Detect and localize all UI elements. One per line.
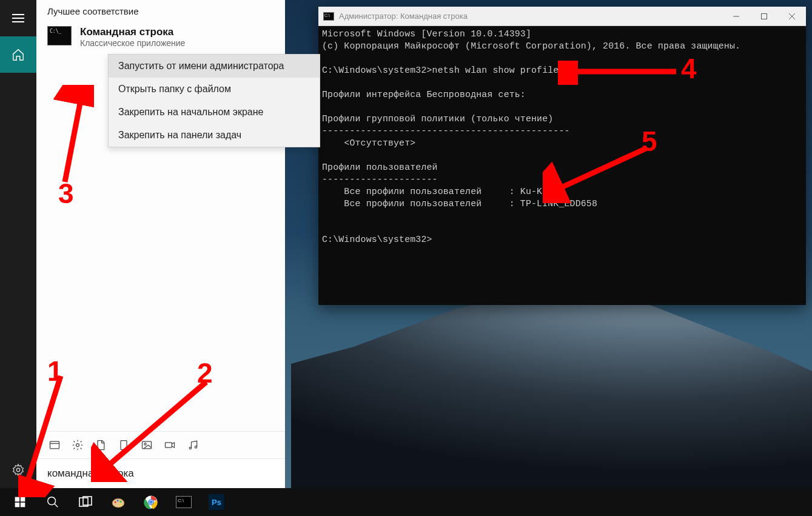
cmd-window-icon: C:\ bbox=[323, 12, 334, 21]
context-pin-to-start[interactable]: Закрепить на начальном экране bbox=[109, 101, 320, 124]
svg-point-19 bbox=[117, 500, 119, 501]
arrow-2 bbox=[91, 373, 218, 482]
svg-line-26 bbox=[25, 376, 61, 488]
taskbar-photoshop[interactable]: Ps bbox=[200, 488, 233, 516]
search-result[interactable]: C:\_ Командная строка Классическое прило… bbox=[36, 22, 285, 53]
taskbar-chrome[interactable] bbox=[135, 488, 167, 516]
annotation-5: 5 bbox=[642, 125, 657, 158]
minimize-button[interactable] bbox=[722, 7, 750, 26]
svg-rect-11 bbox=[21, 497, 25, 502]
svg-point-14 bbox=[48, 497, 56, 505]
arrow-1 bbox=[18, 370, 73, 497]
taskbar-cmd[interactable]: C:\ bbox=[167, 488, 200, 516]
svg-rect-12 bbox=[15, 503, 20, 508]
window-title: Администратор: Командная строка bbox=[339, 12, 468, 21]
arrow-3 bbox=[52, 85, 94, 188]
svg-line-30 bbox=[554, 149, 646, 191]
svg-point-18 bbox=[115, 501, 116, 503]
window-titlebar[interactable]: C:\ Администратор: Командная строка bbox=[318, 7, 806, 26]
annotation-1: 1 bbox=[47, 355, 63, 387]
annotation-3: 3 bbox=[58, 177, 74, 210]
taskbar: C:\ Ps bbox=[0, 488, 812, 516]
taskbar-paint[interactable] bbox=[102, 488, 135, 516]
maximize-button[interactable] bbox=[750, 7, 778, 26]
result-title: Командная строка bbox=[80, 26, 185, 38]
annotation-4: 4 bbox=[681, 52, 697, 85]
svg-line-28 bbox=[65, 94, 82, 182]
svg-rect-9 bbox=[762, 13, 767, 19]
svg-rect-10 bbox=[15, 497, 20, 502]
cmd-icon: C:\_ bbox=[47, 26, 72, 45]
result-subtitle: Классическое приложение bbox=[80, 38, 185, 48]
close-button[interactable] bbox=[778, 7, 806, 26]
context-pin-to-taskbar[interactable]: Закрепить на панели задач bbox=[109, 124, 320, 147]
svg-line-27 bbox=[103, 382, 206, 470]
svg-point-20 bbox=[119, 501, 121, 503]
context-open-file-location[interactable]: Открыть папку с файлом bbox=[109, 78, 320, 101]
arrow-5 bbox=[543, 142, 658, 203]
context-menu: Запустить от имени администратора Открыт… bbox=[108, 54, 320, 147]
svg-point-2 bbox=[76, 444, 79, 447]
task-view-button[interactable] bbox=[69, 488, 102, 516]
svg-point-25 bbox=[149, 500, 152, 503]
svg-rect-13 bbox=[21, 503, 25, 508]
home-button[interactable] bbox=[0, 36, 36, 73]
annotation-2: 2 bbox=[197, 357, 213, 389]
best-match-header: Лучшее соответствие bbox=[36, 0, 285, 22]
context-run-as-admin[interactable]: Запустить от имени администратора bbox=[109, 55, 320, 78]
arrow-4 bbox=[558, 61, 685, 85]
svg-point-21 bbox=[119, 503, 121, 505]
hamburger-button[interactable] bbox=[0, 0, 36, 36]
